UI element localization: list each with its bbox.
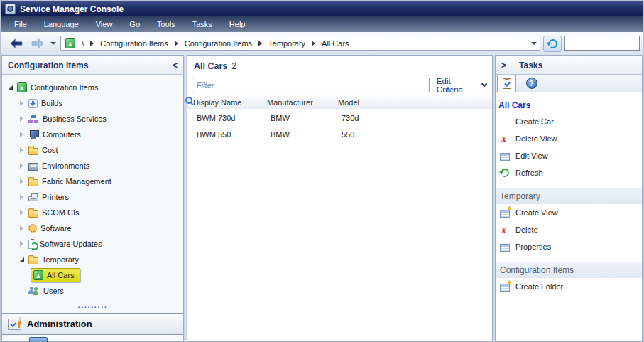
expander-collapsed-icon[interactable]: [18, 116, 25, 122]
tab-help[interactable]: [522, 75, 541, 92]
expander-collapsed-icon[interactable]: [18, 132, 25, 137]
tree-item-label: Users: [43, 287, 64, 295]
computers-icon: [28, 130, 39, 139]
selected-node-highlight[interactable]: All Cars: [31, 268, 80, 282]
task-refresh[interactable]: Refresh: [496, 164, 642, 181]
navigation-pane: Configuration Items < Configuration Item…: [1, 55, 184, 342]
refresh-icon: [499, 168, 510, 178]
filter-input[interactable]: [192, 78, 430, 92]
history-dropdown-caret[interactable]: [49, 36, 58, 52]
menu-language[interactable]: Language: [37, 18, 86, 30]
forward-button[interactable]: [28, 36, 47, 52]
view-item-count: 2: [231, 61, 236, 71]
column-header-empty[interactable]: [391, 95, 466, 109]
breadcrumb-root[interactable]: \: [82, 39, 84, 48]
expander-collapsed-icon[interactable]: [18, 241, 25, 247]
administration-nav-button[interactable]: Administration: [2, 313, 183, 335]
breadcrumb-item[interactable]: Configuration Items: [185, 39, 252, 48]
console-search-input[interactable]: [564, 36, 640, 51]
forward-arrow-icon: [31, 38, 45, 48]
tree-item-configuration-items-root[interactable]: Configuration Items: [2, 80, 183, 95]
table-row[interactable]: BWM 550 BMW 550: [187, 126, 492, 142]
breadcrumb-dropdown-caret[interactable]: [531, 42, 537, 45]
splitter-grip[interactable]: [2, 301, 183, 313]
builds-icon: [28, 99, 38, 108]
folder-icon: [28, 148, 38, 155]
task-edit-view[interactable]: Edit View: [496, 147, 642, 164]
breadcrumb-item[interactable]: All Cars: [322, 39, 349, 48]
tree-item-label: Software: [40, 224, 71, 233]
cell-manufacturer: BMW: [261, 130, 332, 139]
breadcrumb-separator-icon[interactable]: [90, 41, 94, 46]
tree-item-software[interactable]: Software: [2, 220, 183, 236]
refresh-button[interactable]: [543, 36, 562, 52]
menu-go[interactable]: Go: [122, 18, 147, 30]
users-icon: [28, 287, 40, 295]
expander-expanded-icon[interactable]: [18, 257, 25, 262]
column-header-model[interactable]: Model: [332, 95, 391, 109]
task-create-view[interactable]: Create View: [496, 204, 642, 221]
search-icon[interactable]: [185, 97, 192, 104]
tree-item-scom-cis[interactable]: SCOM CIs: [2, 205, 183, 220]
expander-collapsed-icon[interactable]: [18, 147, 25, 153]
task-delete-view[interactable]: Delete View: [496, 130, 642, 147]
expander-expanded-icon[interactable]: [6, 85, 13, 90]
table-icon: [500, 244, 510, 252]
edit-criteria-button[interactable]: Edit Criteria: [437, 77, 486, 94]
menu-view[interactable]: View: [89, 18, 120, 30]
tree-item-computers[interactable]: Computers: [2, 127, 183, 142]
menu-file[interactable]: File: [7, 18, 34, 30]
column-header-manufacturer[interactable]: Manufacturer: [261, 95, 332, 109]
menu-tools[interactable]: Tools: [150, 18, 182, 30]
tree-item-label: Configuration Items: [31, 83, 98, 92]
breadcrumb[interactable]: \ Configuration Items Configuration Item…: [60, 36, 540, 51]
table-icon: [500, 153, 510, 161]
expander-collapsed-icon[interactable]: [18, 194, 25, 200]
tasks-tab-strip: [496, 75, 642, 92]
edit-criteria-label: Edit Criteria: [437, 77, 478, 94]
task-create-folder[interactable]: Create Folder: [496, 278, 642, 295]
task-delete[interactable]: Delete: [496, 221, 642, 238]
expander-collapsed-icon[interactable]: [18, 225, 25, 231]
tree-item-software-updates[interactable]: Software Updates: [2, 236, 183, 252]
task-create-car[interactable]: Create Car: [496, 113, 642, 130]
tree-item-all-cars-selected[interactable]: All Cars: [2, 267, 183, 283]
expander-collapsed-icon[interactable]: [18, 163, 25, 169]
task-properties[interactable]: Properties: [496, 238, 642, 255]
expander-collapsed-icon[interactable]: [18, 178, 25, 184]
tree-item-label: Cost: [42, 146, 58, 154]
collapse-pane-button[interactable]: <: [173, 60, 178, 70]
expander-collapsed-icon[interactable]: [18, 210, 25, 215]
tree-item-business-services[interactable]: Business Services: [2, 111, 183, 127]
window-body: Configuration Items < Configuration Item…: [1, 55, 643, 342]
tree-item-environments[interactable]: Environments: [2, 158, 183, 173]
task-label: Create Car: [515, 117, 554, 126]
tree-item-cost[interactable]: Cost: [2, 142, 183, 158]
chevron-down-icon: [481, 81, 487, 87]
breadcrumb-separator-icon[interactable]: [258, 41, 262, 46]
table-new-icon: [500, 284, 510, 292]
breadcrumb-item[interactable]: Configuration Items: [100, 39, 168, 48]
next-nav-button-partial[interactable]: [2, 335, 183, 341]
breadcrumb-separator-icon[interactable]: [175, 41, 178, 46]
tree-item-printers[interactable]: Printers: [2, 189, 183, 205]
task-label: Create View: [515, 208, 558, 217]
menu-tasks[interactable]: Tasks: [185, 18, 219, 30]
collapse-tasks-button[interactable]: >: [501, 60, 506, 70]
tree-item-temporary[interactable]: Temporary: [2, 252, 183, 267]
tree-item-builds[interactable]: Builds: [2, 95, 183, 111]
menu-help[interactable]: Help: [222, 18, 253, 30]
table-row[interactable]: BWM 730d BMW 730d: [187, 109, 492, 126]
folder-icon: [28, 257, 38, 264]
tree-item-label: Environments: [42, 161, 89, 170]
environments-icon: [28, 163, 38, 171]
expander-collapsed-icon[interactable]: [18, 100, 25, 106]
breadcrumb-item[interactable]: Temporary: [268, 39, 305, 48]
breadcrumb-separator-icon[interactable]: [312, 41, 315, 46]
tree-item-fabric-management[interactable]: Fabric Management: [2, 173, 183, 189]
tree-item-users[interactable]: Users: [2, 283, 183, 299]
tab-tasks[interactable]: [497, 75, 516, 92]
back-button[interactable]: [7, 36, 26, 52]
tree-item-label: All Cars: [47, 271, 75, 279]
cell-manufacturer: BMW: [261, 114, 332, 122]
